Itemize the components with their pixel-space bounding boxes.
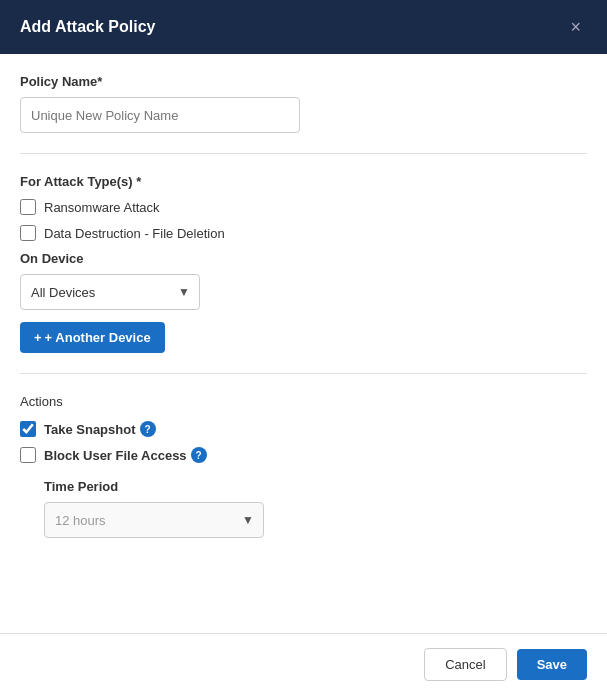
time-period-container: Time Period 12 hours 24 hours 48 hours 1… (20, 479, 587, 538)
take-snapshot-row: Take Snapshot ? (20, 421, 587, 437)
policy-name-section: Policy Name* (20, 74, 587, 154)
data-destruction-row: Data Destruction - File Deletion (20, 225, 587, 241)
time-period-label: Time Period (44, 479, 587, 494)
actions-label: Actions (20, 394, 587, 409)
close-button[interactable]: × (564, 16, 587, 38)
ransomware-checkbox[interactable] (20, 199, 36, 215)
modal-header: Add Attack Policy × (0, 0, 607, 54)
device-select[interactable]: All Devices Specific Device (20, 274, 200, 310)
take-snapshot-label[interactable]: Take Snapshot (44, 422, 136, 437)
cancel-button[interactable]: Cancel (424, 648, 506, 681)
policy-name-label: Policy Name* (20, 74, 587, 89)
data-destruction-label[interactable]: Data Destruction - File Deletion (44, 226, 225, 241)
modal-footer: Cancel Save (0, 633, 607, 695)
modal-title: Add Attack Policy (20, 18, 155, 36)
add-device-button[interactable]: + + Another Device (20, 322, 165, 353)
block-user-file-access-checkbox[interactable] (20, 447, 36, 463)
save-button[interactable]: Save (517, 649, 587, 680)
take-snapshot-help-icon[interactable]: ? (140, 421, 156, 437)
time-period-select-wrapper: 12 hours 24 hours 48 hours 1 week ▼ (44, 502, 264, 538)
ransomware-row: Ransomware Attack (20, 199, 587, 215)
ransomware-label[interactable]: Ransomware Attack (44, 200, 160, 215)
policy-name-input[interactable] (20, 97, 300, 133)
attack-types-label: For Attack Type(s) * (20, 174, 587, 189)
modal-body: Policy Name* For Attack Type(s) * Ransom… (0, 54, 607, 633)
attack-types-section: For Attack Type(s) * Ransomware Attack D… (20, 174, 587, 374)
block-user-file-access-label[interactable]: Block User File Access (44, 448, 187, 463)
on-device-container: On Device All Devices Specific Device ▼ (20, 251, 587, 310)
plus-icon: + (34, 330, 42, 345)
block-user-file-access-help-icon[interactable]: ? (191, 447, 207, 463)
add-attack-policy-modal: Add Attack Policy × Policy Name* For Att… (0, 0, 607, 695)
time-period-select[interactable]: 12 hours 24 hours 48 hours 1 week (44, 502, 264, 538)
add-device-label: + Another Device (45, 330, 151, 345)
block-user-file-access-row: Block User File Access ? (20, 447, 587, 463)
on-device-label: On Device (20, 251, 587, 266)
actions-section: Actions Take Snapshot ? Block User File … (20, 394, 587, 558)
take-snapshot-checkbox[interactable] (20, 421, 36, 437)
device-select-wrapper: All Devices Specific Device ▼ (20, 274, 200, 310)
data-destruction-checkbox[interactable] (20, 225, 36, 241)
